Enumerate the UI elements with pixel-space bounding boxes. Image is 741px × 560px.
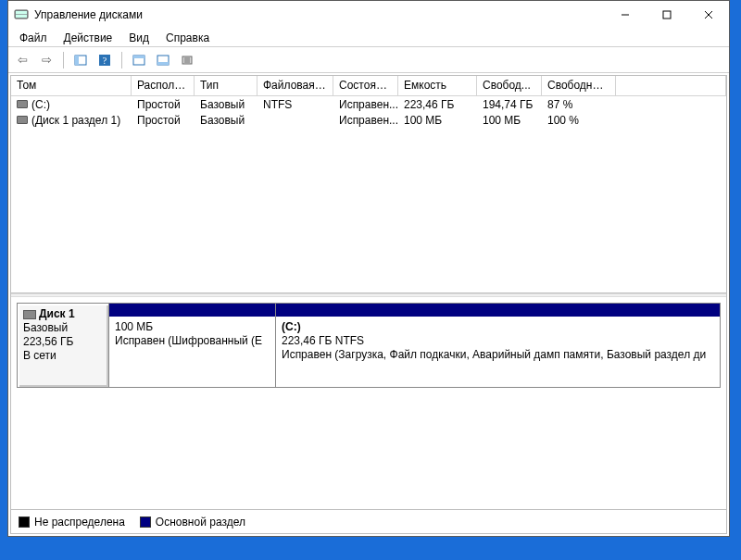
- disk-partitions: 100 МБ Исправен (Шифрованный (E (C:) 223…: [109, 303, 721, 388]
- partition[interactable]: (C:) 223,46 ГБ NTFS Исправен (Загрузка, …: [276, 304, 720, 387]
- disk-management-window: Управление дисками Файл Действие Вид Спр…: [7, 0, 730, 537]
- volume-list-pane: Том Располо... Тип Файловая с... Состоян…: [11, 76, 726, 293]
- menu-view[interactable]: Вид: [121, 30, 157, 46]
- svg-rect-12: [133, 56, 144, 58]
- legend-unallocated-label: Не распределена: [34, 516, 125, 529]
- partition-header-bar: [109, 304, 275, 317]
- disk-type: Базовый: [23, 321, 103, 335]
- menu-help[interactable]: Справка: [158, 30, 217, 46]
- help-button[interactable]: ?: [94, 50, 115, 70]
- partition[interactable]: 100 МБ Исправен (Шифрованный (E: [109, 304, 276, 387]
- settings-button[interactable]: [177, 50, 197, 70]
- volume-type: Базовый: [195, 97, 257, 112]
- col-capacity[interactable]: Емкость: [398, 76, 477, 95]
- content-area: Том Располо... Тип Файловая с... Состоян…: [10, 75, 727, 534]
- graphical-view-pane: Диск 1 Базовый 223,56 ГБ В сети 100 МБ И…: [11, 297, 726, 509]
- svg-text:?: ?: [103, 56, 107, 66]
- volume-status: Исправен...: [333, 113, 398, 128]
- col-type[interactable]: Тип: [195, 76, 257, 95]
- col-spacer[interactable]: [616, 76, 726, 95]
- show-hide-console-button[interactable]: [70, 50, 91, 70]
- col-fs[interactable]: Файловая с...: [257, 76, 333, 95]
- col-volume[interactable]: Том: [11, 76, 132, 95]
- volume-row[interactable]: (C:) Простой Базовый NTFS Исправен... 22…: [11, 96, 726, 112]
- volume-rows: (C:) Простой Базовый NTFS Исправен... 22…: [11, 96, 726, 292]
- disk-status: В сети: [23, 349, 103, 363]
- volume-icon: [17, 116, 28, 124]
- partition-header-bar: [276, 304, 720, 317]
- volume-free: 100 МБ: [477, 113, 542, 128]
- col-free[interactable]: Свобод...: [477, 76, 542, 95]
- partition-status: Исправен (Загрузка, Файл подкачки, Авари…: [282, 348, 714, 362]
- volume-row[interactable]: (Диск 1 раздел 1) Простой Базовый Исправ…: [11, 112, 726, 128]
- volume-fs: NTFS: [257, 97, 333, 112]
- svg-rect-14: [157, 62, 169, 65]
- partition-title: (C:): [282, 320, 301, 333]
- volume-capacity: 223,46 ГБ: [398, 97, 477, 112]
- svg-rect-1: [16, 11, 27, 14]
- volume-icon: [17, 100, 28, 108]
- disk-row: Диск 1 Базовый 223,56 ГБ В сети 100 МБ И…: [17, 303, 721, 388]
- volume-status: Исправен...: [333, 97, 398, 112]
- volume-list-header: Том Располо... Тип Файловая с... Состоян…: [11, 76, 726, 96]
- volume-fs: [257, 119, 333, 121]
- swatch-unallocated-icon: [19, 516, 30, 528]
- maximize-button[interactable]: [646, 1, 687, 29]
- volume-freepct: 87 %: [542, 97, 616, 112]
- volume-name: (C:): [31, 98, 50, 111]
- svg-rect-4: [663, 11, 671, 19]
- toolbar-separator: [121, 52, 122, 68]
- legend-primary: Основной раздел: [140, 516, 245, 529]
- disk-size: 223,56 ГБ: [23, 335, 103, 349]
- legend-unallocated: Не распределена: [19, 516, 125, 529]
- volume-type: Базовый: [195, 113, 257, 128]
- minimize-button[interactable]: [604, 1, 646, 29]
- col-freepct[interactable]: Свободно %: [542, 76, 616, 95]
- partition-size: 223,46 ГБ NTFS: [282, 334, 714, 348]
- col-layout[interactable]: Располо...: [132, 76, 195, 95]
- menubar: Файл Действие Вид Справка: [8, 29, 729, 47]
- svg-rect-8: [75, 56, 79, 65]
- volume-capacity: 100 МБ: [398, 113, 477, 128]
- svg-rect-2: [16, 15, 27, 18]
- volume-free: 194,74 ГБ: [477, 97, 542, 112]
- titlebar[interactable]: Управление дисками: [8, 1, 729, 29]
- volume-layout: Простой: [132, 113, 195, 128]
- close-button[interactable]: [687, 1, 729, 29]
- toolbar-separator: [63, 52, 64, 68]
- forward-button[interactable]: ⇨: [36, 50, 57, 70]
- back-button[interactable]: ⇦: [12, 50, 32, 70]
- partition-status: Исправен (Шифрованный (E: [115, 334, 270, 348]
- view-bottom-button[interactable]: [153, 50, 173, 70]
- view-top-button[interactable]: [129, 50, 149, 70]
- menu-file[interactable]: Файл: [12, 30, 55, 46]
- volume-freepct: 100 %: [542, 113, 616, 128]
- disk-label[interactable]: Диск 1 Базовый 223,56 ГБ В сети: [17, 303, 109, 388]
- disk-title: Диск 1: [39, 307, 75, 320]
- app-icon: [14, 7, 29, 22]
- window-title: Управление дисками: [34, 8, 604, 21]
- swatch-primary-icon: [140, 516, 151, 528]
- volume-name: (Диск 1 раздел 1): [31, 114, 120, 127]
- col-status[interactable]: Состояние: [333, 76, 398, 95]
- legend-primary-label: Основной раздел: [156, 516, 245, 529]
- partition-size: 100 МБ: [115, 320, 270, 334]
- volume-layout: Простой: [132, 97, 195, 112]
- toolbar: ⇦ ⇨ ?: [8, 47, 729, 73]
- disk-icon: [23, 310, 36, 319]
- menu-action[interactable]: Действие: [57, 30, 120, 46]
- legend: Не распределена Основной раздел: [11, 509, 726, 533]
